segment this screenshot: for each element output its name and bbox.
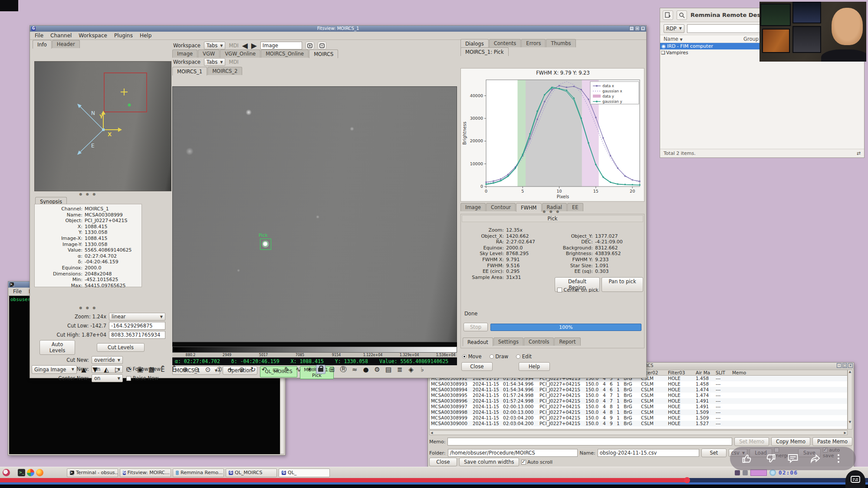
mode-option-edit[interactable]: Edit	[516, 354, 532, 360]
column-name[interactable]: Name ▼	[660, 35, 743, 43]
zoom-one-icon[interactable]: ①	[214, 366, 224, 373]
table-row[interactable]: MCSA003089982024-11-1502:00:13.000PCI_J0…	[430, 409, 847, 415]
channel-tab-moircs-online[interactable]: MOIRCS_Online	[261, 49, 309, 58]
pan-to-pick-button[interactable]: Pan to pick	[602, 277, 643, 292]
paste-memo-button[interactable]: Paste Memo	[812, 437, 852, 446]
settings-gear-icon[interactable]: ⚙	[372, 366, 382, 373]
taskbar-item-ql[interactable]: GQL_	[279, 468, 330, 477]
menu-file[interactable]: File	[32, 32, 46, 39]
zoom-in-icon[interactable]: ⊕	[181, 366, 190, 373]
pick-bottom-tab-controls[interactable]: Controls	[524, 337, 554, 346]
column-header[interactable]: Filter03	[667, 370, 694, 375]
video-seekbar-remaining[interactable]	[687, 478, 868, 482]
dock-tab-contents[interactable]: Contents	[489, 39, 521, 47]
splitter-handle[interactable]: ● ● ●	[32, 192, 145, 196]
debian-menu-icon[interactable]	[3, 469, 10, 476]
maximize-icon[interactable]: □	[635, 26, 640, 31]
chrome-launcher-icon[interactable]	[27, 469, 34, 476]
fitsview-titlebar[interactable]: G Fitsview: MOIRCS_1 – □ ×	[30, 26, 646, 32]
pan-thumbnail-image[interactable]: N E Y X	[34, 61, 171, 191]
pan-tool-icon[interactable]: +	[226, 366, 235, 373]
more-options-icon[interactable]	[833, 453, 844, 464]
pick-bottom-tab-readout[interactable]: Readout	[463, 337, 493, 346]
grid-icon[interactable]: ⊞	[327, 366, 337, 373]
flip-x-icon[interactable]: ◭	[102, 366, 111, 373]
expand-x-icon[interactable]: Ē	[158, 366, 168, 373]
table-row[interactable]: MCSA003089932024-11-1501:54:34.996PCI_J0…	[430, 381, 847, 387]
next-channel-icon[interactable]: ▶	[251, 41, 257, 50]
video-seekbar-handle[interactable]	[684, 477, 690, 483]
channel-name-input[interactable]: Image	[260, 42, 302, 49]
captions-button[interactable]	[845, 470, 865, 488]
sync-icon[interactable]: ⇄	[857, 151, 861, 156]
channel-tab-vgw[interactable]: VGW	[198, 49, 220, 58]
column-header[interactable]: SLIT	[714, 370, 731, 375]
set-memo-button[interactable]: Set Memo	[734, 437, 769, 446]
dock-tab-errors[interactable]: Errors	[521, 39, 546, 47]
splitter-handle[interactable]: ● ● ●	[460, 210, 644, 213]
scroll-left-icon[interactable]: ◀	[431, 431, 433, 435]
rotate-icon[interactable]: ↻	[248, 366, 258, 373]
new-connection-button[interactable]	[663, 10, 673, 20]
table-row[interactable]: MCSA003089962024-11-1501:57:24.998PCI_J0…	[430, 398, 847, 404]
inner-workspace-mode-select[interactable]: Tabs▼	[204, 58, 226, 66]
column-header[interactable]: Memo	[731, 370, 818, 375]
cut-new-select[interactable]: override▼	[92, 356, 123, 364]
protocol-select[interactable]: RDP▼	[664, 24, 684, 33]
point-icon[interactable]: ●	[361, 366, 371, 373]
stop-button[interactable]: Stop	[464, 323, 488, 331]
swap-axes-icon[interactable]: ⟳	[124, 366, 134, 373]
reset-transform-icon[interactable]: ↶	[260, 366, 269, 373]
flip-y-icon[interactable]: ▷	[113, 366, 122, 373]
comment-icon[interactable]	[787, 453, 799, 464]
tab-info[interactable]: Info	[33, 40, 52, 49]
layers-icon[interactable]: ≣	[395, 366, 404, 373]
pick-bottom-tab-settings[interactable]: Settings	[493, 337, 523, 346]
cut-low-input[interactable]: -164.529296875	[109, 322, 165, 330]
table-row[interactable]: MCSA003089992024-11-1502:03:04.200PCI_J0…	[430, 415, 847, 421]
terminal-launcher-icon[interactable]: >_	[18, 469, 25, 476]
flat-icon[interactable]: ♭	[418, 366, 427, 373]
obslog-horizontal-scrollbar[interactable]: ◀▶	[429, 430, 848, 435]
mode-option-move[interactable]: Move	[462, 354, 482, 360]
workspace-mode-select[interactable]: Tabs▼	[204, 42, 226, 49]
tag-icon[interactable]: ◈	[406, 366, 416, 373]
channel-tab-moircs[interactable]: MOIRCS	[309, 49, 338, 58]
mode-option-draw[interactable]: Draw	[490, 354, 509, 360]
table-row[interactable]: MCSA003089972024-11-1502:00:13.000PCI_J0…	[430, 404, 847, 409]
copy-memo-button[interactable]: Copy Memo	[771, 437, 810, 446]
firefox-launcher-icon[interactable]	[36, 469, 43, 476]
set-button[interactable]: Set	[701, 449, 727, 457]
name-input[interactable]: obslog-2024-11-15.csv	[598, 449, 699, 457]
minimize-icon[interactable]: –	[629, 26, 634, 31]
thumbs-up-icon[interactable]	[742, 453, 753, 464]
smooth-wave-icon[interactable]: ≈	[350, 366, 359, 373]
close-icon[interactable]: ×	[848, 363, 853, 368]
center-image-icon[interactable]: ⊚	[237, 366, 247, 373]
cut-high-input[interactable]: 8083.36371765934	[109, 331, 165, 339]
pick-marker[interactable]	[260, 239, 271, 250]
dock-tab-thumbs[interactable]: Thumbs	[546, 39, 575, 47]
tab-moircs1-pick[interactable]: MOIRCS_1: Pick	[460, 47, 509, 56]
colorbar[interactable]	[172, 347, 457, 353]
pick-bottom-tab-report[interactable]: Report	[554, 337, 580, 346]
tray-app-icon[interactable]	[743, 470, 748, 475]
profile-wave-icon[interactable]: ∿	[293, 366, 303, 373]
remove-channel-button[interactable]	[318, 42, 326, 49]
add-channel-button[interactable]	[306, 42, 314, 49]
table-row[interactable]: MCSA003090002024-11-1502:03:04.200PCI_J0…	[430, 421, 847, 426]
taskbar-item-ql-moircs[interactable]: GQL_MOIRCS	[226, 468, 277, 477]
tray-network-icon[interactable]	[769, 469, 776, 476]
pan-up-icon[interactable]: ▲	[79, 366, 89, 373]
close-icon[interactable]: ×	[641, 26, 645, 31]
draw-pen-icon[interactable]: ✎	[282, 366, 292, 373]
stretch-select[interactable]: linear▼	[109, 313, 165, 321]
record-icon[interactable]: Ⓡ	[339, 365, 348, 373]
zoom-actual-icon[interactable]: ⊙	[203, 366, 213, 373]
toolbar-mode-select[interactable]: Ginga Image▼	[32, 365, 77, 374]
video-seekbar-played[interactable]	[0, 478, 687, 482]
taskbar-item-terminal-obsus[interactable]: >_Terminal - obsus...	[67, 468, 118, 477]
tab-header[interactable]: Header	[52, 40, 80, 48]
pan-down-icon[interactable]: ▼	[90, 366, 100, 373]
minimize-icon[interactable]: –	[837, 363, 842, 368]
